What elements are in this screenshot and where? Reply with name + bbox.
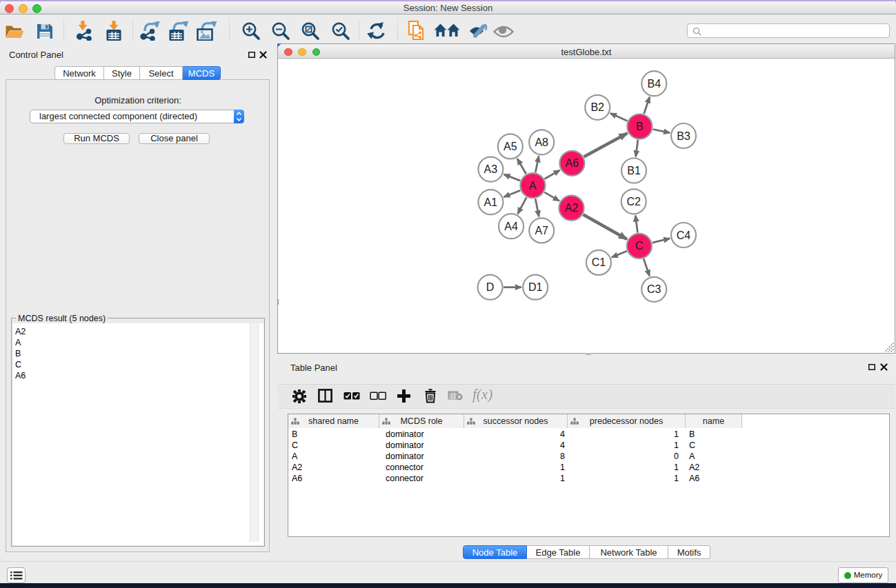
svg-text:C: C (635, 240, 644, 252)
svg-text:A7: A7 (535, 225, 548, 236)
svg-text:C3: C3 (647, 283, 661, 295)
svg-text:D1: D1 (528, 281, 543, 293)
svg-text:B1: B1 (627, 165, 641, 176)
svg-text:D: D (486, 281, 495, 293)
svg-text:A1: A1 (484, 196, 498, 208)
svg-text:B3: B3 (677, 130, 690, 142)
svg-text:B: B (636, 121, 644, 132)
svg-text:C1: C1 (592, 256, 606, 268)
svg-text:A4: A4 (504, 221, 518, 232)
svg-text:A2: A2 (565, 202, 579, 214)
svg-text:B2: B2 (590, 101, 604, 113)
svg-text:C2: C2 (626, 196, 641, 207)
svg-text:A3: A3 (484, 163, 498, 175)
svg-text:A6: A6 (566, 157, 579, 169)
svg-text:B4: B4 (648, 78, 661, 90)
svg-text:A5: A5 (504, 141, 517, 152)
svg-text:A8: A8 (535, 136, 548, 148)
svg-text:C4: C4 (677, 230, 691, 241)
svg-text:A: A (529, 180, 537, 192)
